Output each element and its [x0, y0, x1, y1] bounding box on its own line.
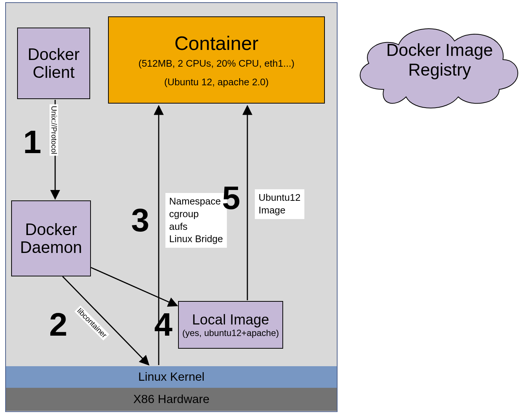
local-image-sub: (yes, ubuntu12+apache)	[182, 328, 279, 338]
docker-client-label: Docker Client	[28, 45, 79, 82]
step-5: 5	[222, 179, 240, 217]
hardware-label: X86 Hardware	[133, 393, 210, 406]
registry-cloud-label: Docker Image Registry	[343, 40, 532, 80]
step-4: 4	[154, 305, 172, 343]
edge-label-unix: Unix://Protocol	[50, 104, 58, 156]
note-kernel-features: Namespace cgroup aufs Linux Bridge	[165, 193, 227, 248]
docker-client-box: Docker Client	[17, 28, 90, 99]
docker-daemon-box: Docker Daemon	[11, 200, 91, 276]
kernel-layer: Linux Kernel	[6, 366, 337, 388]
step-3: 3	[131, 201, 149, 239]
kernel-label: Linux Kernel	[138, 370, 205, 383]
container-box: Container (512MB, 2 CPUs, 20% CPU, eth1.…	[108, 16, 325, 104]
container-specs: (512MB, 2 CPUs, 20% CPU, eth1...)	[138, 57, 294, 70]
step-1: 1	[23, 123, 41, 161]
local-image-box: Local Image (yes, ubuntu12+apache)	[178, 301, 283, 349]
container-image: (Ubuntu 12, apache 2.0)	[164, 76, 269, 88]
hardware-layer: X86 Hardware	[6, 388, 337, 411]
local-image-title: Local Image	[192, 312, 269, 328]
docker-daemon-label: Docker Daemon	[20, 221, 82, 257]
note-image: Ubuntu12 Image	[255, 189, 304, 219]
diagram-canvas: Linux Kernel X86 Hardware Docker Client …	[0, 0, 532, 415]
step-2: 2	[49, 305, 67, 343]
container-title: Container	[174, 32, 258, 54]
